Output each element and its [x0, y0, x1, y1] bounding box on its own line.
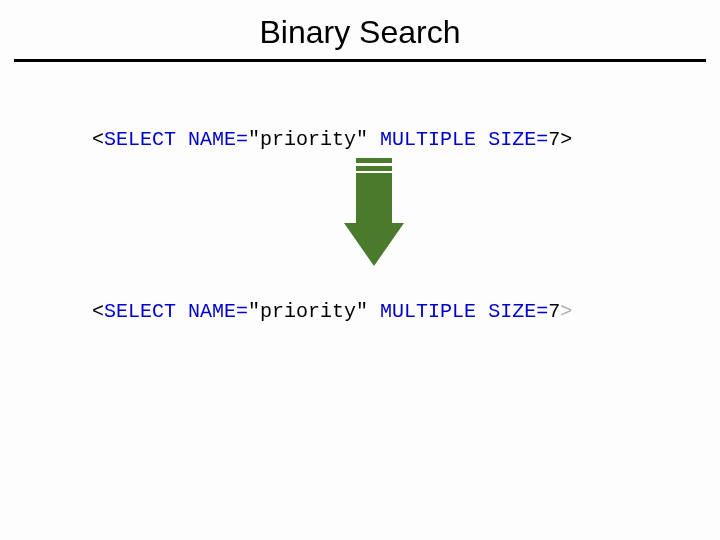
quote: " [356, 300, 368, 323]
space [368, 300, 380, 323]
title-divider [14, 59, 706, 62]
page-title: Binary Search [0, 0, 720, 51]
attr-size-value: 7 [548, 128, 560, 151]
attr-name-key: NAME= [188, 128, 248, 151]
quote: " [248, 128, 260, 151]
svg-rect-1 [356, 166, 392, 171]
attr-multiple: MULTIPLE [380, 128, 488, 151]
quote: " [356, 128, 368, 151]
attr-multiple: MULTIPLE [380, 300, 488, 323]
svg-rect-2 [356, 173, 392, 223]
space [368, 128, 380, 151]
tag-select: SELECT [104, 128, 188, 151]
angle-open: < [92, 300, 104, 323]
attr-size-value: 7 [548, 300, 560, 323]
down-arrow-icon [344, 158, 404, 272]
svg-rect-0 [356, 158, 392, 163]
angle-close: > [560, 128, 572, 151]
attr-name-value: priority [260, 300, 356, 323]
angle-close: > [560, 300, 572, 323]
attr-size-key: SIZE= [488, 128, 548, 151]
attr-size-key: SIZE= [488, 300, 548, 323]
angle-open: < [92, 128, 104, 151]
tag-select: SELECT [104, 300, 188, 323]
attr-name-value: priority [260, 128, 356, 151]
code-line-bottom: <SELECT NAME="priority" MULTIPLE SIZE=7> [92, 300, 572, 323]
svg-marker-3 [344, 223, 404, 266]
quote: " [248, 300, 260, 323]
code-line-top: <SELECT NAME="priority" MULTIPLE SIZE=7> [92, 128, 572, 151]
attr-name-key: NAME= [188, 300, 248, 323]
